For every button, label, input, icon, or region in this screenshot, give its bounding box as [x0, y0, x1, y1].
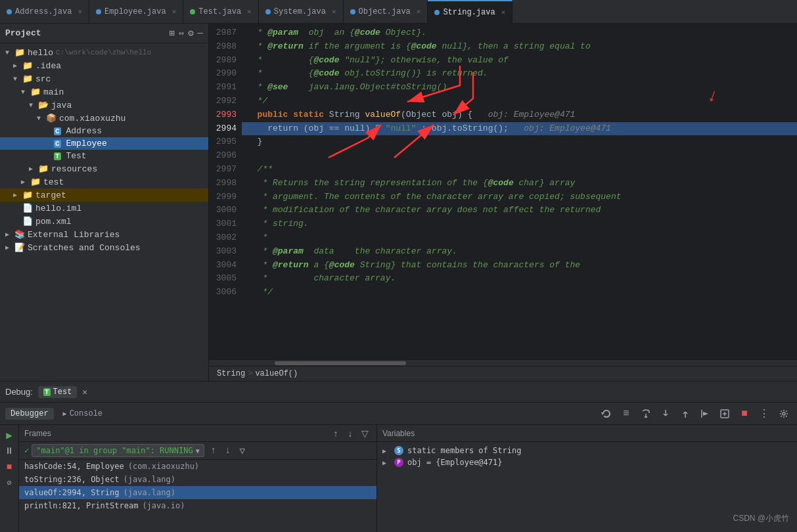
- tab-close-test[interactable]: ✕: [247, 7, 252, 16]
- tree-item-test[interactable]: T Test: [0, 150, 208, 162]
- console-tab[interactable]: ▶ Console: [58, 408, 108, 420]
- tab-close-system[interactable]: ✕: [332, 7, 336, 16]
- tab-close-string[interactable]: ✕: [501, 8, 506, 16]
- debug-btn-rerun[interactable]: [599, 406, 614, 422]
- ln-3000: 3000: [209, 204, 237, 217]
- editor-scrollbar[interactable]: [209, 359, 797, 366]
- thread-selector[interactable]: ✓ "main"@1 in group "main": RUNNING ▼ ↑ …: [19, 442, 376, 460]
- tab-icon-system: [265, 9, 271, 14]
- mute-btn[interactable]: ⊘: [3, 476, 16, 489]
- tree-item-scratches[interactable]: 📝 Scratches and Consoles: [0, 241, 208, 254]
- thread-up-btn[interactable]: ↑: [207, 444, 220, 457]
- sidebar-icon-minimize[interactable]: —: [198, 28, 203, 39]
- thread-down-btn[interactable]: ↓: [221, 444, 235, 457]
- tab-close-object[interactable]: ✕: [417, 7, 421, 16]
- sidebar-icon-collapse[interactable]: ⇔: [179, 28, 184, 39]
- tree-label-scratches: Scratches and Consoles: [28, 243, 141, 253]
- tab-address[interactable]: Address.java ✕: [0, 0, 89, 24]
- tree-item-hello-iml[interactable]: 📄 hello.iml: [0, 202, 208, 215]
- tree-item-main[interactable]: 📁 main: [0, 85, 208, 99]
- debug-content: ▶ ⏸ ■ ⊘ Frames ↑ ↓ ▽ ✓ "main"@1 in group…: [0, 425, 797, 532]
- debug-btn-run-to[interactable]: [697, 406, 713, 422]
- iml-icon: 📄: [22, 203, 33, 213]
- debug-toolbar: Debugger ▶ Console ≡ ■ ⋮: [0, 403, 797, 425]
- tab-close-address[interactable]: ✕: [78, 7, 82, 16]
- frame-up-btn[interactable]: ↑: [329, 427, 342, 440]
- frames-label: Frames: [24, 429, 51, 438]
- ln-3003: 3003: [209, 245, 237, 259]
- tab-employee[interactable]: Employee.java ✕: [89, 0, 183, 24]
- tree-item-ext-libs[interactable]: 📚 External Libraries: [0, 228, 208, 241]
- frames-list: hashCode:54, Employee (com.xiaoxuzhu) to…: [19, 460, 376, 532]
- pause-btn[interactable]: ⏸: [3, 445, 16, 458]
- folder-icon-main: 📁: [30, 87, 41, 97]
- var-icon-static: S: [394, 446, 403, 455]
- folder-icon-idea: 📁: [22, 60, 33, 71]
- frame-item-valueof[interactable]: valueOf:2994, String (java.lang): [19, 486, 376, 499]
- tree-item-hello[interactable]: 📁 hello C:\work\code\zhw\hello: [0, 46, 208, 59]
- var-item-obj[interactable]: ▶ P obj = {Employee@471}: [377, 456, 797, 468]
- tree-item-employee[interactable]: C Employee: [0, 137, 208, 150]
- tab-icon-object: [350, 9, 355, 14]
- var-item-static[interactable]: ▶ S static members of String: [377, 445, 797, 456]
- debug-btn-list[interactable]: ≡: [618, 406, 634, 422]
- code-content[interactable]: * @param obj an {@code Object}. * @retur…: [242, 24, 797, 359]
- tab-test[interactable]: Test.java ✕: [183, 0, 258, 24]
- code-line-2994: return (obj == null) ? "null" : obj.toSt…: [242, 122, 797, 136]
- debugger-tab[interactable]: Debugger: [5, 408, 54, 420]
- tabs-bar: Address.java ✕ Employee.java ✕ Test.java…: [0, 0, 797, 24]
- sidebar: Project ⊞ ⇔ ⚙ — 📁 hello C:\work\code\zhw…: [0, 24, 209, 381]
- debug-btn-settings[interactable]: [776, 406, 792, 422]
- frame-item-println[interactable]: println:821, PrintStream (java.io): [19, 499, 376, 512]
- ln-2999: 2999: [209, 190, 237, 204]
- tab-system[interactable]: System.java ✕: [259, 0, 344, 24]
- code-line-3004: * @return a {@code String} that contains…: [242, 259, 797, 273]
- tree-item-target[interactable]: 📁 target: [0, 188, 208, 202]
- stop-side-btn[interactable]: ■: [3, 460, 16, 474]
- ln-2996: 2996: [209, 149, 237, 163]
- class-icon-employee: C: [54, 140, 61, 148]
- folder-icon-src: 📁: [22, 74, 33, 84]
- debug-btn-step-out[interactable]: [677, 406, 693, 422]
- tab-close-employee[interactable]: ✕: [172, 7, 177, 16]
- debug-btn-more[interactable]: ⋮: [756, 406, 772, 422]
- code-line-2987: * @param obj an {@code Object}.: [242, 26, 797, 40]
- tab-string[interactable]: String.java ✕: [428, 0, 512, 24]
- tree-item-address[interactable]: C Address: [0, 125, 208, 137]
- sidebar-icon-settings[interactable]: ⚙: [188, 28, 193, 39]
- tree-label-package: com.xiaoxuzhu: [59, 114, 125, 123]
- tree-label-test: Test: [66, 151, 86, 161]
- tab-object[interactable]: Object.java ✕: [344, 0, 428, 24]
- frame-item-tostring[interactable]: toString:236, Object (java.lang): [19, 473, 376, 486]
- resume-btn[interactable]: ▶: [3, 429, 16, 442]
- ln-2994: 2994: [209, 122, 237, 136]
- debug-tab-close[interactable]: ✕: [82, 387, 87, 397]
- frame-item-hashcode[interactable]: hashCode:54, Employee (com.xiaoxuzhu): [19, 460, 376, 473]
- thread-check-icon: ✓: [24, 446, 29, 456]
- tree-item-src[interactable]: 📁 src: [0, 72, 208, 85]
- sidebar-icon-browse[interactable]: ⊞: [169, 28, 174, 39]
- frame-down-btn[interactable]: ↓: [344, 427, 357, 440]
- tree-item-idea[interactable]: 📁 .idea: [0, 59, 208, 72]
- chevron-ext-libs: [5, 231, 14, 238]
- tree-item-package[interactable]: 📦 com.xiaoxuzhu: [0, 112, 208, 125]
- watermark: CSDN @小虎竹: [733, 513, 789, 524]
- tree-label-idea: .idea: [35, 61, 61, 71]
- thread-filter-btn[interactable]: ▽: [236, 444, 249, 457]
- chevron-resources: [29, 165, 38, 173]
- dropdown-arrow-icon: ▼: [196, 447, 200, 454]
- debug-btn-step-over[interactable]: [638, 406, 654, 422]
- frame-filter-btn[interactable]: ▽: [358, 427, 371, 440]
- thread-dropdown[interactable]: "main"@1 in group "main": RUNNING ▼: [32, 444, 204, 457]
- debug-btn-step-into[interactable]: [658, 406, 673, 422]
- sidebar-toolbar: ⊞ ⇔ ⚙ —: [169, 28, 203, 39]
- tree-item-java[interactable]: 📂 java: [0, 99, 208, 112]
- tree-item-resources[interactable]: 📁 resources: [0, 162, 208, 175]
- scrollbar-thumb[interactable]: [275, 361, 406, 365]
- tree-item-test-folder[interactable]: 📁 test: [0, 175, 208, 188]
- tree-item-pom[interactable]: 📄 pom.xml: [0, 215, 208, 228]
- debug-btn-evaluate[interactable]: [717, 406, 733, 422]
- code-line-2988: * @return if the argument is {@code null…: [242, 40, 797, 54]
- debug-test-tab[interactable]: T Test: [38, 386, 77, 398]
- debug-btn-stop[interactable]: ■: [737, 406, 752, 422]
